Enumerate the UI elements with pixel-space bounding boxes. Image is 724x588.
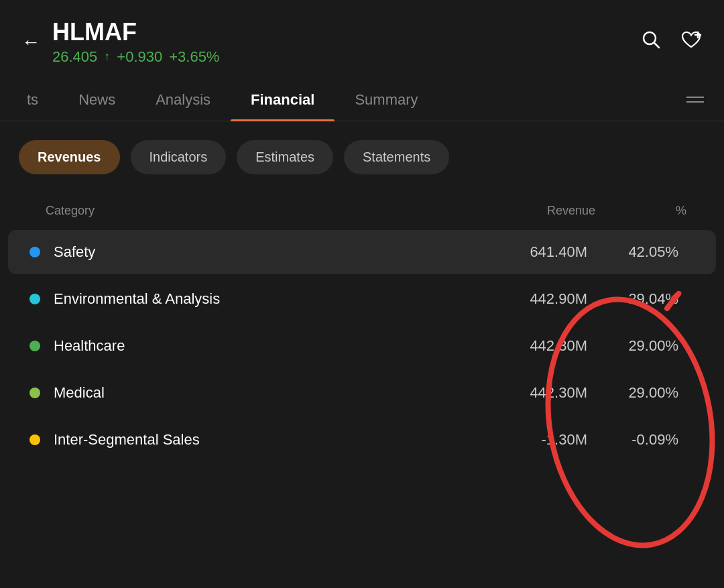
- category-safety: Safety: [54, 243, 453, 261]
- dot-safety: [29, 247, 40, 257]
- price-change: +0.930: [117, 48, 162, 66]
- col-header-revenue: Revenue: [461, 204, 595, 218]
- revenue-inter-segmental: -1.30M: [453, 431, 587, 449]
- table-row: Inter-Segmental Sales -1.30M -0.09%: [8, 418, 716, 462]
- tab-financial[interactable]: Financial: [231, 79, 335, 121]
- revenue-table: Category Revenue % Safety 641.40M 42.05%…: [0, 188, 724, 471]
- revenue-safety: 641.40M: [453, 243, 587, 261]
- dot-medical: [29, 388, 40, 398]
- revenue-environmental: 442.90M: [453, 290, 587, 308]
- tab-summary[interactable]: Summary: [335, 79, 438, 121]
- ticker-info: HLMAF 26.405 ↑ +0.930 +3.65%: [52, 19, 219, 66]
- tab-charts[interactable]: ts: [7, 79, 58, 121]
- dot-healthcare: [29, 341, 40, 351]
- revenue-healthcare: 442.30M: [453, 337, 587, 355]
- pct-safety: 42.05%: [587, 243, 695, 261]
- subtab-estimates[interactable]: Estimates: [237, 140, 333, 174]
- dot-environmental: [29, 294, 40, 304]
- table-row: Safety 641.40M 42.05%: [8, 230, 716, 274]
- pct-healthcare: 29.00%: [587, 337, 695, 355]
- sub-tabs: Revenues Indicators Estimates Statements: [0, 121, 724, 188]
- table-header: Category Revenue %: [0, 194, 724, 227]
- search-icon[interactable]: [641, 30, 661, 54]
- dot-inter-segmental: [29, 434, 40, 445]
- col-header-pct: %: [595, 204, 703, 218]
- price-pct-change: +3.65%: [169, 48, 219, 66]
- table-row: Environmental & Analysis 442.90M 29.04%: [8, 277, 716, 321]
- pct-inter-segmental: -0.09%: [587, 431, 695, 449]
- ticker-symbol: HLMAF: [52, 19, 219, 46]
- header-left: ← HLMAF 26.405 ↑ +0.930 +3.65%: [21, 19, 219, 66]
- col-header-category: Category: [21, 204, 461, 218]
- more-icon-line2: [686, 101, 704, 103]
- more-icon-line1: [686, 97, 704, 98]
- nav-tabs: ts News Analysis Financial Summary: [0, 79, 724, 121]
- svg-line-1: [654, 43, 659, 48]
- back-button[interactable]: ←: [21, 33, 40, 52]
- pct-medical: 29.00%: [587, 384, 695, 402]
- ticker-price: 26.405 ↑ +0.930 +3.65%: [52, 48, 219, 66]
- price-arrow-icon: ↑: [104, 50, 110, 64]
- revenue-medical: 442.30M: [453, 384, 587, 402]
- pct-environmental: 29.04%: [587, 290, 695, 308]
- category-environmental: Environmental & Analysis: [54, 290, 453, 308]
- header: ← HLMAF 26.405 ↑ +0.930 +3.65%: [0, 0, 724, 79]
- subtab-indicators[interactable]: Indicators: [131, 140, 227, 174]
- subtab-revenues[interactable]: Revenues: [19, 140, 120, 174]
- table-row: Medical 442.30M 29.00%: [8, 371, 716, 415]
- tab-news[interactable]: News: [58, 79, 135, 121]
- category-healthcare: Healthcare: [54, 337, 453, 355]
- watchlist-add-icon[interactable]: [680, 30, 703, 54]
- table-row: Healthcare 442.30M 29.00%: [8, 324, 716, 368]
- header-right: [641, 30, 703, 54]
- more-menu-button[interactable]: [673, 84, 717, 115]
- category-medical: Medical: [54, 384, 453, 402]
- price-value: 26.405: [52, 48, 97, 66]
- tab-analysis[interactable]: Analysis: [135, 79, 231, 121]
- subtab-statements[interactable]: Statements: [344, 140, 449, 174]
- category-inter-segmental: Inter-Segmental Sales: [54, 431, 453, 449]
- page-wrapper: ← HLMAF 26.405 ↑ +0.930 +3.65%: [0, 0, 724, 471]
